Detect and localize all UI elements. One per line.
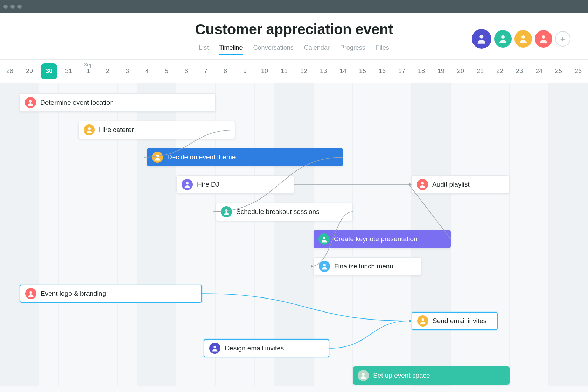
calendar-day[interactable]: 5 [157, 60, 176, 83]
calendar-day[interactable]: 6 [176, 60, 196, 83]
project-members: + [472, 29, 570, 49]
task-label: Audit playlist [432, 181, 470, 188]
member-avatar[interactable] [535, 30, 552, 48]
assignee-avatar [209, 343, 220, 354]
task-bar[interactable]: Hire caterer [78, 121, 235, 139]
svg-point-11 [323, 264, 326, 266]
member-avatar[interactable] [472, 29, 491, 49]
traffic-min-icon[interactable] [10, 5, 15, 9]
calendar-day[interactable]: 8 [216, 60, 235, 83]
calendar-day[interactable]: 21 [470, 60, 490, 83]
calendar-day[interactable]: 15 [353, 60, 372, 83]
calendar-strip: 2829303112345678910111213141516171819202… [0, 60, 588, 83]
task-label: Hire caterer [99, 126, 134, 134]
grid-column [549, 83, 568, 386]
grid-column [490, 83, 510, 386]
calendar-day[interactable]: 17 [392, 60, 412, 83]
calendar-day[interactable]: 25 [549, 60, 568, 83]
calendar-day[interactable]: 12 [294, 60, 314, 83]
assignee-avatar [221, 206, 232, 217]
calendar-day[interactable]: 10 [255, 60, 274, 83]
task-label: Event logo & branding [41, 290, 106, 298]
tab-timeline[interactable]: Timeline [219, 44, 243, 55]
grid-column [20, 83, 39, 386]
svg-point-4 [29, 100, 31, 103]
calendar-day[interactable]: 29 [20, 60, 39, 83]
svg-point-5 [88, 127, 90, 130]
svg-point-8 [421, 182, 424, 184]
project-header: Customer appreciation event List Timelin… [0, 13, 588, 60]
member-avatar[interactable] [494, 30, 512, 48]
svg-point-13 [421, 318, 424, 321]
traffic-max-icon[interactable] [18, 5, 22, 9]
task-label: Send email invites [433, 317, 486, 325]
task-bar[interactable]: Create keynote presentation [314, 230, 451, 248]
assignee-avatar [318, 233, 330, 245]
calendar-day[interactable]: 28 [0, 60, 20, 83]
calendar-day[interactable]: 16 [372, 60, 392, 83]
svg-point-2 [522, 35, 525, 39]
assignee-avatar [182, 179, 193, 190]
task-bar[interactable]: Determine event location [20, 93, 216, 112]
svg-point-0 [479, 35, 483, 39]
svg-point-6 [156, 155, 159, 157]
svg-point-10 [323, 237, 325, 239]
task-label: Determine event location [40, 99, 114, 106]
assignee-avatar [25, 97, 36, 108]
task-label: Decide on event theme [167, 153, 236, 161]
assignee-avatar [417, 315, 428, 327]
calendar-day[interactable]: 30 [39, 60, 59, 83]
task-label: Finalize lunch menu [334, 262, 393, 270]
calendar-day[interactable]: 26 [568, 60, 588, 83]
calendar-day[interactable]: 19 [431, 60, 451, 83]
calendar-day[interactable]: 20 [451, 60, 470, 83]
member-avatar[interactable] [514, 30, 532, 48]
assignee-avatar [319, 261, 330, 272]
tab-calendar[interactable]: Calendar [304, 44, 330, 55]
task-bar[interactable]: Finalize lunch menu [314, 257, 421, 275]
tab-progress[interactable]: Progress [340, 44, 365, 55]
grid-column [0, 83, 20, 386]
window-chrome [0, 0, 588, 13]
tab-list[interactable]: List [199, 44, 209, 55]
calendar-day[interactable]: 23 [510, 60, 529, 83]
grid-column [568, 83, 588, 386]
task-bar[interactable]: Audit playlist [412, 175, 510, 194]
calendar-day[interactable]: 3 [118, 60, 137, 83]
today-indicator [49, 83, 49, 386]
svg-point-9 [225, 209, 227, 212]
svg-point-7 [186, 182, 188, 184]
calendar-day[interactable]: 14 [333, 60, 353, 83]
grid-column [510, 83, 529, 386]
calendar-day[interactable]: 18 [412, 60, 431, 83]
tab-conversations[interactable]: Conversations [253, 44, 294, 55]
calendar-day[interactable]: 9 [235, 60, 255, 83]
task-bar[interactable]: Event logo & branding [20, 285, 202, 303]
svg-point-15 [362, 373, 364, 376]
grid-column [529, 83, 549, 386]
calendar-day[interactable]: 22 [490, 60, 510, 83]
svg-point-14 [214, 346, 216, 348]
tab-files[interactable]: Files [376, 44, 389, 55]
calendar-day[interactable]: 31 [59, 60, 78, 83]
timeline-area[interactable]: Determine event locationHire catererDeci… [0, 83, 588, 386]
calendar-day[interactable]: 24 [529, 60, 549, 83]
assignee-avatar [358, 370, 369, 381]
calendar-day[interactable]: 4 [137, 60, 157, 83]
traffic-close-icon[interactable] [4, 5, 8, 9]
task-bar[interactable]: Schedule breakout sessions [216, 203, 353, 221]
task-label: Hire DJ [197, 181, 219, 188]
calendar-day[interactable]: 7 [196, 60, 216, 83]
task-bar[interactable]: Decide on event theme [147, 148, 343, 166]
svg-point-3 [542, 35, 545, 39]
calendar-day[interactable]: 13 [314, 60, 333, 83]
task-bar[interactable]: Set up event space [353, 366, 510, 385]
assignee-avatar [417, 179, 428, 190]
task-bar[interactable]: Hire DJ [176, 175, 294, 194]
add-member-button[interactable]: + [555, 31, 570, 47]
task-bar[interactable]: Send email invites [412, 312, 498, 330]
grid-column [451, 83, 470, 386]
calendar-day[interactable]: 11 [274, 60, 294, 83]
calendar-day[interactable]: 2 [98, 60, 118, 83]
task-bar[interactable]: Design email invites [204, 339, 329, 357]
